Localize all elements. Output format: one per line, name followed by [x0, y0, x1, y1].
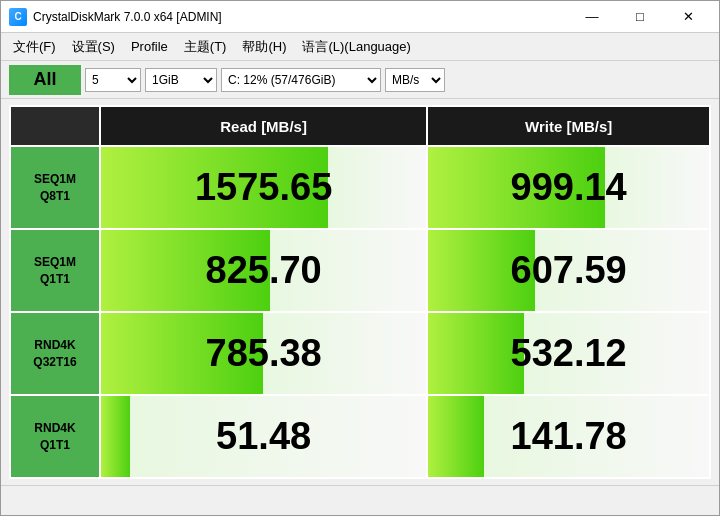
runs-select[interactable]: 5 1 3 9 [85, 68, 141, 92]
window-controls: — □ ✕ [569, 5, 711, 29]
all-button[interactable]: All [9, 65, 81, 95]
write-value-4: 141.78 [427, 395, 710, 478]
menu-bar: 文件(F) 设置(S) Profile 主题(T) 帮助(H) 语言(L)(La… [1, 33, 719, 61]
write-value-2: 607.59 [427, 229, 710, 312]
write-header: Write [MB/s] [427, 106, 710, 146]
drive-select[interactable]: C: 12% (57/476GiB) [221, 68, 381, 92]
status-bar [1, 485, 719, 515]
table-row: SEQ1M Q1T1 825.70 607.59 [10, 229, 710, 312]
toolbar: All 5 1 3 9 1GiB 512MiB 4GiB C: 12% (57/… [1, 61, 719, 99]
menu-settings[interactable]: 设置(S) [64, 34, 123, 60]
unit-select[interactable]: MB/s GB/s [385, 68, 445, 92]
app-window: C CrystalDiskMark 7.0.0 x64 [ADMIN] — □ … [0, 0, 720, 516]
menu-help[interactable]: 帮助(H) [234, 34, 294, 60]
window-title: CrystalDiskMark 7.0.0 x64 [ADMIN] [33, 10, 569, 24]
minimize-button[interactable]: — [569, 5, 615, 29]
title-bar: C CrystalDiskMark 7.0.0 x64 [ADMIN] — □ … [1, 1, 719, 33]
table-row: RND4K Q1T1 51.48 141.78 [10, 395, 710, 478]
write-value-1: 999.14 [427, 146, 710, 229]
table-row: RND4K Q32T16 785.38 532.12 [10, 312, 710, 395]
row-label-3: RND4K Q32T16 [10, 312, 100, 395]
read-value-3: 785.38 [100, 312, 427, 395]
benchmark-table: Read [MB/s] Write [MB/s] SEQ1M Q8T1 1575… [9, 105, 711, 479]
label-header [10, 106, 100, 146]
read-value-4: 51.48 [100, 395, 427, 478]
main-content: Read [MB/s] Write [MB/s] SEQ1M Q8T1 1575… [1, 99, 719, 485]
read-value-1: 1575.65 [100, 146, 427, 229]
menu-theme[interactable]: 主题(T) [176, 34, 235, 60]
menu-profile[interactable]: Profile [123, 35, 176, 58]
maximize-button[interactable]: □ [617, 5, 663, 29]
row-label-2: SEQ1M Q1T1 [10, 229, 100, 312]
app-icon: C [9, 8, 27, 26]
size-select[interactable]: 1GiB 512MiB 4GiB [145, 68, 217, 92]
read-header: Read [MB/s] [100, 106, 427, 146]
read-value-2: 825.70 [100, 229, 427, 312]
close-button[interactable]: ✕ [665, 5, 711, 29]
write-value-3: 532.12 [427, 312, 710, 395]
row-label-4: RND4K Q1T1 [10, 395, 100, 478]
table-row: SEQ1M Q8T1 1575.65 999.14 [10, 146, 710, 229]
menu-file[interactable]: 文件(F) [5, 34, 64, 60]
row-label-1: SEQ1M Q8T1 [10, 146, 100, 229]
menu-language[interactable]: 语言(L)(Language) [294, 34, 418, 60]
